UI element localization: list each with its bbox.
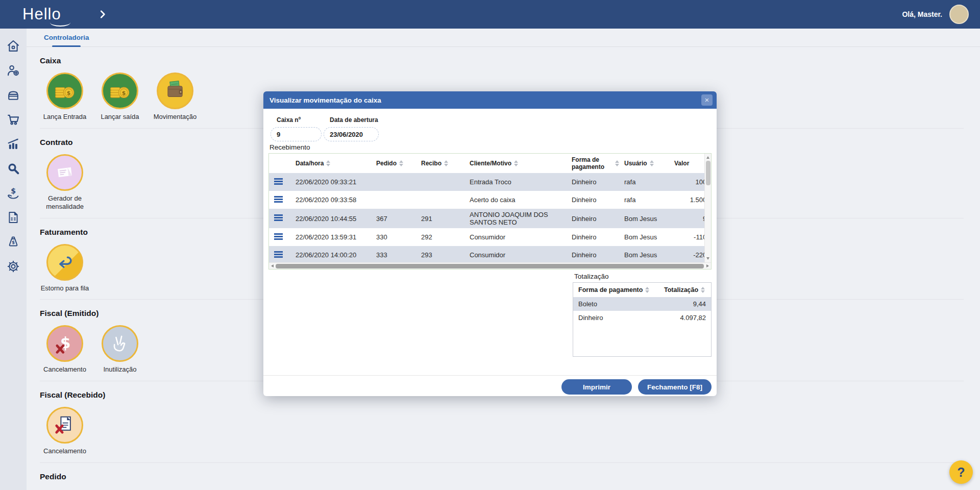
sidebar-item-reports[interactable]: [0, 132, 27, 156]
fechamento-button[interactable]: Fechamento [F8]: [638, 379, 712, 395]
svg-text:$: $: [11, 187, 16, 195]
hand-icon: [102, 325, 138, 362]
svg-text:$: $: [12, 240, 15, 245]
section-title: Caixa: [40, 56, 972, 65]
col-forma[interactable]: Forma de pagamento: [567, 154, 619, 173]
imprimir-button[interactable]: Imprimir: [561, 379, 632, 395]
col-usuario[interactable]: Usuário: [619, 154, 669, 173]
sidebar-item-sales[interactable]: [0, 107, 27, 132]
modal-header: Visualizar movimentação do caixa: [263, 91, 717, 109]
action-inutilizacao[interactable]: Inutilização: [92, 325, 148, 374]
tile-label: Inutilização: [92, 365, 148, 374]
logo-swash: [50, 18, 70, 27]
col-pedido[interactable]: Pedido: [371, 154, 416, 173]
caixa-n-field[interactable]: [271, 127, 322, 141]
table-row[interactable]: 22/06/2020 09:33:21Entrada TrocoDinheiro…: [269, 173, 712, 191]
tabbar: Controladoria: [27, 29, 980, 47]
sidebar-item-search[interactable]: [0, 156, 27, 181]
sort-icon: [701, 287, 705, 293]
totalizacao-label: Totalização: [574, 273, 609, 280]
scroll-right-icon: [706, 264, 709, 267]
svg-text:$: $: [122, 90, 126, 96]
app-logo: Hello: [22, 5, 61, 23]
modal-footer-divider: [263, 375, 717, 376]
row-menu-icon[interactable]: [274, 196, 283, 203]
user-plus-icon: [6, 63, 20, 78]
scroll-left-icon: [271, 264, 274, 267]
cart-icon: [6, 112, 20, 127]
col-cliente[interactable]: Cliente/Motivo: [464, 154, 567, 173]
document-icon: [6, 210, 20, 225]
totals-row[interactable]: Dinheiro4.097,82: [573, 311, 711, 325]
scroll-down-icon: [706, 257, 709, 260]
action-lancar-saida[interactable]: $ Lançar saída: [92, 72, 148, 121]
row-menu-icon[interactable]: [274, 233, 283, 240]
col-totalizacao[interactable]: Totalização: [659, 283, 711, 297]
action-lanca-entrada[interactable]: $ Lança Entrada: [37, 72, 92, 121]
row-menu-icon[interactable]: [274, 178, 283, 185]
sidebar-item-products[interactable]: [0, 83, 27, 107]
row-menu-icon[interactable]: [274, 214, 283, 221]
recebimento-table: Data/hora Pedido Recibo Cliente/Motivo F…: [268, 153, 712, 270]
tile-label: Cancelamento: [37, 447, 92, 455]
action-gerador-mensalidade[interactable]: Gerador de mensalidade: [37, 154, 92, 211]
data-abertura-field[interactable]: [324, 127, 379, 141]
sort-icon: [645, 287, 649, 293]
sidebar-item-invoices[interactable]: [0, 205, 27, 230]
chart-icon: [6, 137, 20, 151]
user-greeting: Olá, Master.: [902, 10, 942, 18]
tile-label: Lançar saída: [92, 113, 148, 121]
row-menu-icon[interactable]: [274, 251, 283, 258]
horizontal-scrollbar[interactable]: [269, 262, 711, 269]
table-row[interactable]: 22/06/2020 13:59:31330292ConsumidorDinhe…: [269, 228, 712, 246]
hand-money-icon: $: [6, 186, 20, 200]
gear-icon: [6, 259, 20, 274]
sort-icon: [326, 160, 330, 166]
sort-icon: [444, 160, 448, 166]
sidebar-item-receivables[interactable]: $: [0, 181, 27, 205]
home-icon: [6, 39, 20, 53]
help-button[interactable]: ?: [949, 460, 973, 484]
coins-icon: $: [46, 72, 83, 109]
caixa-n-label: Caixa nº: [277, 116, 301, 124]
recebimento-label: Recebimento: [270, 143, 310, 151]
tile-label: Lança Entrada: [37, 113, 92, 121]
vertical-scrollbar[interactable]: [704, 154, 711, 262]
paper-icon: [46, 154, 83, 191]
menu-column-header: [269, 154, 290, 173]
sidebar: $ $: [0, 29, 27, 490]
search-icon: [6, 161, 20, 176]
section-title: Pedido: [40, 472, 972, 481]
scroll-up-icon: [706, 156, 709, 159]
sort-icon: [514, 160, 518, 166]
wallet-icon: [157, 72, 193, 109]
scrollbar-thumb: [706, 161, 710, 185]
table-row[interactable]: 22/06/2020 10:44:55367291ANTONIO JOAQUIM…: [269, 209, 712, 228]
action-cancelamento-recebido[interactable]: Cancelamento: [37, 407, 92, 455]
sort-icon: [399, 160, 403, 166]
return-arrow-icon: [46, 244, 83, 281]
sidebar-item-clients[interactable]: [0, 58, 27, 83]
action-movimentacao[interactable]: Movimentação: [148, 72, 203, 121]
action-cancelamento-emitido[interactable]: $ Cancelamento: [37, 325, 92, 374]
close-icon[interactable]: ×: [701, 94, 713, 106]
expand-menu-chevron-icon[interactable]: [98, 10, 107, 19]
action-estorno-fila[interactable]: Estorno para fila: [37, 244, 92, 292]
sidebar-item-settings[interactable]: [0, 254, 27, 279]
tile-label: Cancelamento: [37, 365, 92, 374]
table-row[interactable]: 22/06/2020 14:00:20333293ConsumidorDinhe…: [269, 246, 712, 264]
user-avatar[interactable]: [949, 5, 969, 24]
invoice-cancel-icon: [46, 407, 83, 444]
modal-title: Visualizar movimentação do caixa: [270, 96, 381, 104]
svg-text:$: $: [67, 90, 71, 96]
tile-label: Movimentação: [148, 113, 203, 121]
col-recibo[interactable]: Recibo: [416, 154, 464, 173]
col-forma-pagamento[interactable]: Forma de pagamento: [573, 283, 659, 297]
col-datahora[interactable]: Data/hora: [290, 154, 371, 173]
totals-row[interactable]: Boleto9,44: [573, 297, 711, 311]
data-abertura-label: Data de abertura: [330, 116, 378, 124]
sidebar-item-cash[interactable]: $: [0, 230, 27, 254]
sidebar-item-home[interactable]: [0, 34, 27, 58]
table-row[interactable]: 22/06/2020 09:33:58Acerto do caixaDinhei…: [269, 191, 712, 209]
tab-controladoria[interactable]: Controladoria: [42, 29, 91, 47]
